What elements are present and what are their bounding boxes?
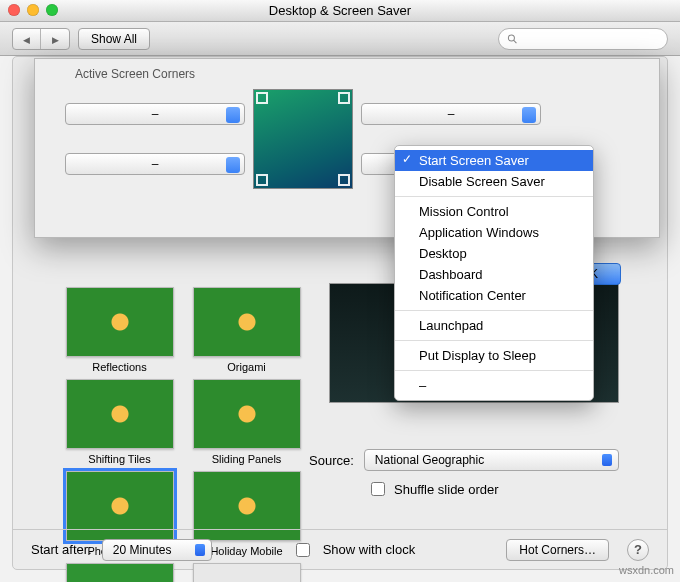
screensaver-option[interactable]: Shifting Tiles [63,379,176,465]
bottom-bar: Start after: 20 Minutes Show with clock … [13,529,667,569]
chevron-updown-icon [232,109,238,119]
chevron-updown-icon [197,545,203,555]
corner-top-left-popup[interactable]: – [65,103,245,125]
window-titlebar: Desktop & Screen Saver [0,0,680,22]
toolbar: ◀ ▶ Show All [0,22,680,56]
menu-item[interactable]: – [395,375,593,396]
screensaver-label: Reflections [63,361,176,373]
screensaver-option[interactable]: Reflections [63,287,176,373]
menu-item[interactable]: Mission Control [395,201,593,222]
shuffle-label: Shuffle slide order [394,482,499,497]
source-value: National Geographic [375,453,484,467]
forward-button[interactable]: ▶ [41,29,69,49]
svg-line-1 [514,40,517,43]
corner-value: – [448,107,455,121]
search-icon [507,33,518,45]
traffic-lights [8,4,58,16]
source-label: Source: [309,453,354,468]
chevron-updown-icon [232,159,238,169]
chevron-left-icon: ◀ [23,35,30,45]
source-row: Source: National Geographic [309,449,619,471]
corner-marker-icon [256,92,268,104]
corner-marker-icon [338,92,350,104]
start-after-value: 20 Minutes [113,543,172,557]
screensaver-label: Origami [190,361,303,373]
menu-item[interactable]: Launchpad [395,315,593,336]
help-button[interactable]: ? [627,539,649,561]
display-thumbnail [253,89,353,189]
sheet-title: Active Screen Corners [75,67,195,81]
menu-item[interactable]: Dashboard [395,264,593,285]
corner-bottom-left-popup[interactable]: – [65,153,245,175]
screensaver-thumb [66,287,174,357]
shuffle-checkbox[interactable] [371,482,385,496]
back-button[interactable]: ◀ [13,29,41,49]
corner-value: – [152,157,159,171]
show-clock-checkbox[interactable] [296,543,310,557]
chevron-updown-icon [528,109,534,119]
menu-item[interactable]: Notification Center [395,285,593,306]
screensaver-option[interactable]: Sliding Panels [190,379,303,465]
nav-segmented: ◀ ▶ [12,28,70,50]
menu-item[interactable]: Desktop [395,243,593,264]
menu-item[interactable]: Start Screen Saver [395,150,593,171]
close-icon[interactable] [8,4,20,16]
show-all-button[interactable]: Show All [78,28,150,50]
menu-item[interactable]: Application Windows [395,222,593,243]
screensaver-thumb [193,287,301,357]
corner-top-right-popup[interactable]: – [361,103,541,125]
shuffle-row: Shuffle slide order [309,479,619,499]
show-clock-label: Show with clock [323,542,415,557]
search-field[interactable] [498,28,668,50]
zoom-icon[interactable] [46,4,58,16]
source-popup[interactable]: National Geographic [364,449,619,471]
corner-marker-icon [256,174,268,186]
hot-corners-button[interactable]: Hot Corners… [506,539,609,561]
corner-action-menu[interactable]: Start Screen SaverDisable Screen SaverMi… [394,145,594,401]
start-after-label: Start after: [31,542,92,557]
menu-item[interactable]: Put Display to Sleep [395,345,593,366]
screensaver-label: Sliding Panels [190,453,303,465]
screensaver-option[interactable]: Origami [190,287,303,373]
window-title: Desktop & Screen Saver [269,3,411,18]
watermark: wsxdn.com [619,564,674,576]
minimize-icon[interactable] [27,4,39,16]
start-after-popup[interactable]: 20 Minutes [102,539,212,561]
corner-value: – [152,107,159,121]
chevron-updown-icon [604,455,610,465]
screensaver-thumb [66,379,174,449]
screensaver-thumb [193,379,301,449]
search-input[interactable] [522,31,659,47]
menu-item[interactable]: Disable Screen Saver [395,171,593,192]
corner-marker-icon [338,174,350,186]
screensaver-label: Shifting Tiles [63,453,176,465]
chevron-right-icon: ▶ [52,35,59,45]
svg-point-0 [508,34,514,40]
